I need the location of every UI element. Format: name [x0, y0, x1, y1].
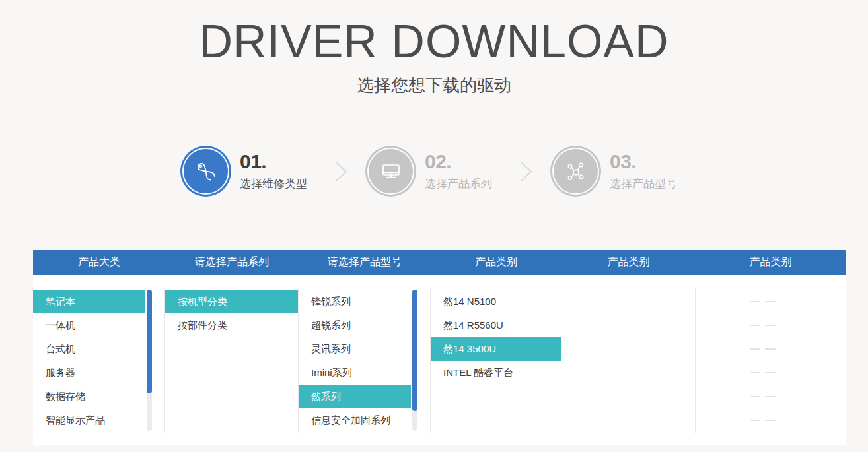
placeholder-dash	[765, 396, 776, 397]
chevron-right-icon	[520, 161, 533, 182]
placeholder-dash	[750, 301, 760, 302]
placeholder-dash	[750, 348, 760, 350]
list-item[interactable]: 然14 N5100	[431, 290, 561, 313]
column-header: 请选择产品系列	[165, 250, 299, 275]
placeholder-dash	[750, 325, 760, 326]
table-column-6	[696, 275, 846, 445]
step-2: 02.选择产品系列	[365, 146, 503, 197]
step-text: 03.选择产品型号	[610, 152, 688, 191]
list-item[interactable]: 按机型分类	[165, 290, 299, 313]
placeholder-dash	[750, 420, 760, 421]
placeholder-dash	[765, 372, 776, 373]
step-label: 选择产品系列	[425, 176, 503, 191]
list-item[interactable]: 服务器	[33, 361, 145, 385]
chevron-right-icon	[520, 161, 533, 182]
step-text: 01.选择维修类型	[240, 152, 318, 191]
list-item[interactable]: 然14 3500U	[431, 337, 561, 361]
column-header: 产品类别	[696, 250, 846, 275]
step-number: 03.	[610, 152, 688, 172]
placeholder-row	[688, 290, 838, 313]
list-item[interactable]: 笔记本	[33, 290, 145, 313]
steps-indicator: 01.选择维修类型02.选择产品系列03.选择产品型号	[0, 146, 868, 197]
step-number: 02.	[425, 152, 503, 172]
list-item[interactable]: 智能显示产品	[33, 408, 145, 432]
list-item[interactable]: 灵讯系列	[299, 337, 411, 361]
step-text: 02.选择产品系列	[425, 152, 503, 191]
page-title: DRIVER DOWNLOAD	[0, 0, 868, 67]
placeholder-dash	[765, 301, 776, 302]
column-header: 产品类别	[431, 250, 561, 275]
placeholder-dash	[765, 325, 776, 326]
step-3: 03.选择产品型号	[550, 146, 688, 197]
list-item[interactable]: Imini系列	[299, 361, 411, 385]
list-item[interactable]: 然14 R5560U	[431, 313, 561, 337]
column-header: 产品类别	[561, 250, 696, 275]
list-item[interactable]: 超锐系列	[299, 313, 411, 337]
table-header-row: 产品大类请选择产品系列请选择产品型号产品类别产品类别产品类别	[33, 250, 846, 275]
step-label: 选择产品型号	[610, 176, 688, 191]
monitor-icon	[377, 157, 406, 186]
placeholder-dash	[750, 372, 760, 373]
list-item[interactable]: 按部件分类	[165, 313, 299, 337]
placeholder-row	[688, 361, 838, 385]
list-item[interactable]: 然系列	[299, 385, 411, 408]
column-header: 请选择产品型号	[299, 250, 431, 275]
placeholder-dash	[765, 348, 776, 350]
list-item[interactable]: INTEL 酷睿平台	[431, 361, 561, 385]
scrollbar-thumb[interactable]	[412, 290, 417, 411]
step-label: 选择维修类型	[240, 176, 318, 191]
pliers-icon	[192, 157, 221, 186]
list-item[interactable]: 信息安全加固系列	[299, 408, 411, 432]
placeholder-row	[688, 408, 838, 432]
list-item[interactable]: 锋锐系列	[299, 290, 411, 313]
table-column-2: 按机型分类按部件分类	[165, 275, 299, 445]
table-body: 笔记本一体机台式机服务器数据存储智能显示产品按机型分类按部件分类锋锐系列超锐系列…	[33, 275, 846, 445]
step-circle	[365, 146, 416, 197]
list-item[interactable]: 数据存储	[33, 385, 145, 408]
list-item[interactable]: 台式机	[33, 337, 145, 361]
step-circle	[550, 146, 601, 197]
chevron-right-icon	[335, 161, 348, 182]
placeholder-row	[688, 313, 838, 337]
placeholder-row	[688, 337, 838, 361]
table-column-4: 然14 N5100然14 R5560U然14 3500UINTEL 酷睿平台	[431, 275, 561, 445]
column-header: 产品大类	[33, 250, 165, 275]
placeholder-row	[688, 385, 838, 408]
scrollbar-thumb[interactable]	[147, 290, 152, 393]
placeholder-dash	[750, 396, 760, 397]
scrollbar[interactable]	[412, 290, 417, 431]
page-subtitle: 选择您想下载的驱动	[0, 74, 868, 97]
table-column-5	[561, 275, 696, 445]
table-column-3: 锋锐系列超锐系列灵讯系列Imini系列然系列信息安全加固系列	[299, 275, 431, 445]
product-selector-table: 产品大类请选择产品系列请选择产品型号产品类别产品类别产品类别 笔记本一体机台式机…	[33, 250, 846, 445]
step-circle	[180, 146, 231, 197]
list-item[interactable]: 一体机	[33, 313, 145, 337]
step-1: 01.选择维修类型	[180, 146, 318, 197]
network-icon	[561, 157, 591, 186]
chevron-right-icon	[335, 161, 348, 182]
placeholder-dash	[765, 420, 776, 421]
scrollbar[interactable]	[147, 290, 152, 431]
table-column-1: 笔记本一体机台式机服务器数据存储智能显示产品	[33, 275, 165, 445]
step-number: 01.	[240, 152, 318, 172]
